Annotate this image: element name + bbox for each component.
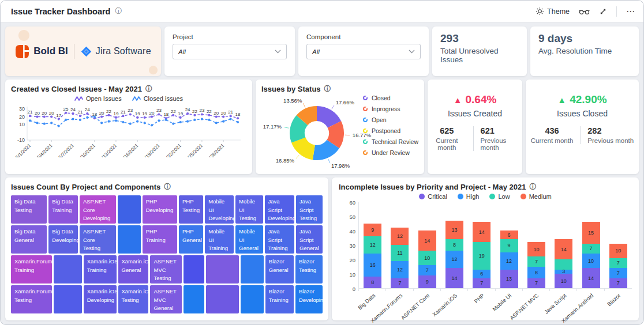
legend-item-critical[interactable]: Critical: [419, 193, 447, 200]
legend-item-open[interactable]: Open: [363, 116, 418, 123]
treemap-cell-php-developing[interactable]: PHPDeveloping: [143, 195, 177, 224]
line-chart-legend: Open IssuesClosed issues: [11, 95, 246, 102]
theme-button[interactable]: Theme: [536, 7, 570, 16]
treemap-cell-big-data-testing[interactable]: Big DataTesting: [11, 195, 47, 224]
treemap-cell[interactable]: [184, 255, 204, 284]
treemap-cell-mobile-ui-general[interactable]: Mobile UIGeneral: [235, 225, 263, 254]
treemap-cell[interactable]: [54, 255, 82, 284]
bar-blazor[interactable]: 77710: [609, 244, 627, 289]
treemap-cell[interactable]: [206, 255, 239, 284]
svg-text:18: 18: [235, 112, 241, 117]
info-icon[interactable]: ⓘ: [145, 84, 152, 94]
treemap-cell[interactable]: [241, 285, 264, 313]
treemap-cell-big-data-developing[interactable]: Big DataDeveloping: [48, 225, 78, 254]
project-select[interactable]: All: [173, 44, 287, 59]
more-menu-button[interactable]: ⋯: [626, 9, 635, 14]
created-vs-closed-chart-canvas[interactable]: 302010-102120202017252421241820221921231…: [11, 102, 246, 160]
stacked-bar-title: Incomplete Issues by Priority and Projec…: [339, 183, 526, 191]
project-filter-label: Project: [173, 33, 287, 40]
svg-text:20: 20: [99, 111, 104, 116]
bar-segment-medium: 13: [445, 221, 463, 240]
treemap-cell-xamarin-ios-general[interactable]: Xamarin.iOSGeneral: [118, 255, 149, 284]
bar-java-script[interactable]: 10314: [555, 239, 572, 288]
legend-item-medium[interactable]: Medium: [521, 193, 552, 200]
treemap-cell-asp-net-mvc-testing[interactable]: ASP.NET MVCTesting: [150, 255, 182, 284]
x-axis-tick: [576, 289, 577, 291]
bar-asp-net-core[interactable]: 971014: [418, 230, 436, 288]
treemap-cell-xamarin-forums-training[interactable]: Xamarin.ForumsTraining: [11, 255, 52, 284]
bar-php[interactable]: 761914: [473, 222, 491, 288]
treemap-cell[interactable]: [54, 285, 82, 313]
treemap-cell[interactable]: [206, 285, 239, 313]
bar-big-data[interactable]: 816129: [364, 224, 381, 289]
legend-item-closed-issues[interactable]: Closed issues: [132, 95, 183, 102]
treemap-cell-mobile-ui-testing[interactable]: Mobile UITesting: [235, 195, 263, 224]
x-axis-tick: [522, 289, 523, 291]
treemap-cell[interactable]: [118, 225, 141, 254]
y-axis-tick: 30: [349, 243, 355, 249]
treemap-cell-mobile-ui-training[interactable]: Mobile UITraining: [205, 225, 234, 254]
glasses-icon: [579, 7, 590, 16]
legend-dot-icon: [521, 194, 526, 199]
treemap-cell-php-testing[interactable]: PHPTesting: [179, 195, 203, 224]
bar-segment-medium: 15: [582, 222, 600, 244]
treemap-cell-big-data-training[interactable]: Big DataTraining: [48, 195, 78, 224]
legend-item-postponed[interactable]: Postponed: [363, 127, 418, 134]
legend-item-technical-review[interactable]: Technical Review: [363, 138, 418, 145]
legend-item-closed[interactable]: Closed: [363, 95, 418, 101]
treemap-cell[interactable]: [241, 255, 264, 284]
treemap-cell-java-script-training[interactable]: Java ScriptTraining: [265, 225, 294, 254]
treemap-cell-xamarin-forums-testing[interactable]: Xamarin.ForumsTesting: [11, 285, 52, 313]
fullscreen-button[interactable]: [599, 7, 607, 16]
treemap-cell[interactable]: [184, 285, 204, 313]
svg-text:20: 20: [149, 111, 155, 116]
svg-text:19: 19: [135, 111, 140, 116]
info-icon[interactable]: ⓘ: [324, 84, 331, 94]
bar-xamarin-android[interactable]: 1410715: [582, 222, 600, 288]
stacked-bar-canvas[interactable]: 0102030405060816129712111297101414128137…: [358, 202, 632, 289]
treemap-cell-java-script-testing[interactable]: Java ScriptTesting: [296, 195, 323, 224]
dashboard-info-icon[interactable]: ⓘ: [115, 6, 122, 16]
treemap-cell-xamarin-ios-testing[interactable]: Xamarin.iOSTesting: [118, 285, 149, 313]
bar-mobile-ui[interactable]: 131296: [500, 230, 518, 288]
treemap-cell-blazor-general[interactable]: BlazorGeneral: [265, 255, 294, 284]
treemap-cell-big-data-general[interactable]: Big DataGeneral: [11, 225, 47, 254]
treemap-cell-asp-net-mvc-general[interactable]: ASP.NET MVCGeneral: [150, 285, 182, 313]
treemap-cell[interactable]: [118, 195, 141, 224]
treemap-cell-php-training[interactable]: PHPTraining: [143, 225, 177, 254]
treemap-cell-java-script-developing[interactable]: Java ScriptDeveloping: [265, 195, 294, 224]
preview-button[interactable]: [579, 7, 590, 16]
legend-item-under-review[interactable]: Under Review: [363, 149, 418, 156]
treemap-cell-xamarin-ios-training[interactable]: Xamarin.iOSTraining: [84, 255, 117, 284]
bar-segment-critical: 14: [445, 268, 463, 288]
current-month-block: 436 Current month: [531, 126, 574, 144]
treemap-cell-asp-net-core-testing[interactable]: ASP.NET CoreTesting: [80, 225, 116, 254]
treemap-cell-blazor-developing[interactable]: BlazorDeveloping: [295, 285, 323, 313]
bar-asp-net-mvc[interactable]: 78710: [527, 242, 545, 288]
legend-item-open-issues[interactable]: Open Issues: [74, 95, 122, 102]
svg-text:24: 24: [185, 107, 190, 112]
treemap-cell-asp-net-core-developing[interactable]: ASP.NET CoreDeveloping: [80, 195, 116, 224]
issues-created-delta: ▲ 0.64%: [454, 93, 497, 106]
legend-item-inprogress[interactable]: Inprogress: [363, 105, 418, 112]
legend-item-low[interactable]: Low: [489, 193, 510, 200]
treemap-cell-xamarin-ios-developing[interactable]: Xamarin.iOSDeveloping: [84, 285, 117, 313]
treemap-cell-blazor-testing[interactable]: BlazorTesting: [295, 255, 323, 284]
bar-xamarin-forums[interactable]: 7121112: [391, 228, 409, 288]
legend-dot-icon: [419, 194, 425, 199]
info-icon[interactable]: ⓘ: [529, 182, 536, 192]
legend-item-high[interactable]: High: [458, 193, 480, 200]
info-icon[interactable]: ⓘ: [164, 182, 171, 192]
bar-segment-high: 16: [364, 254, 381, 277]
bar-segment-medium: 14: [555, 239, 572, 259]
component-select[interactable]: All: [306, 44, 421, 59]
bar-segment-high: 7: [418, 265, 436, 275]
treemap-cell-mobile-ui-developing[interactable]: Mobile UIDeveloping: [205, 195, 234, 224]
treemap-cell-java-script-general[interactable]: Java ScriptGeneral: [296, 225, 323, 254]
avg-resolution-card: 9 days Avg. Resolution Time: [530, 27, 639, 76]
treemap-cell-blazor-training[interactable]: BlazorTraining: [265, 285, 294, 313]
treemap-cell-php-general[interactable]: PHPGeneral: [179, 225, 203, 254]
bar-segment-critical: 13: [500, 270, 518, 289]
svg-text:22: 22: [106, 109, 111, 114]
bar-xamarin-ios[interactable]: 1412813: [445, 221, 463, 289]
